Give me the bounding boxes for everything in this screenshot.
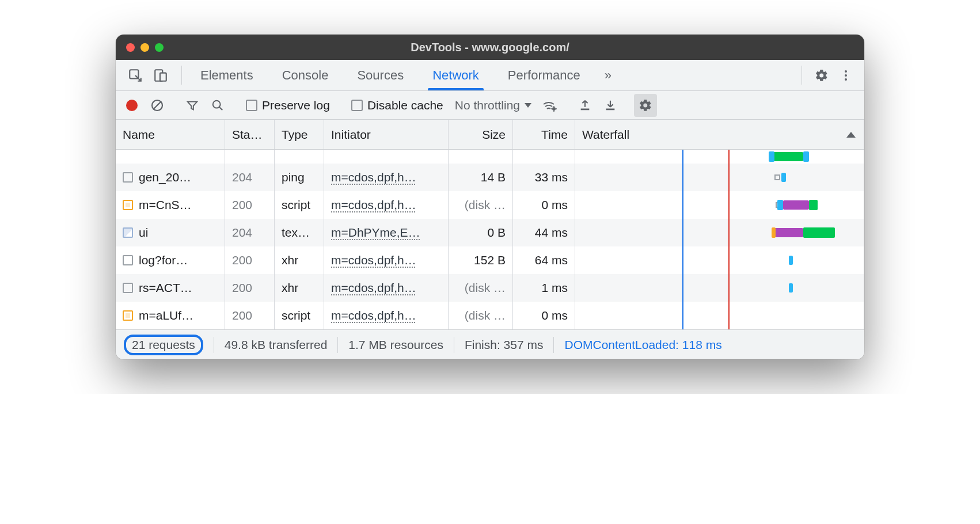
throttling-select[interactable]: No throttling (450, 98, 536, 112)
chevron-down-icon (525, 103, 531, 108)
network-conditions-icon[interactable] (538, 94, 561, 117)
request-initiator[interactable]: m=DhPYme,E… (331, 226, 420, 240)
waterfall-bar (783, 200, 809, 210)
col-size[interactable]: Size (449, 120, 513, 149)
request-type: xhr (275, 274, 324, 302)
svg-rect-2 (160, 73, 166, 81)
filter-icon[interactable] (181, 94, 204, 117)
request-time: 64 ms (513, 246, 575, 274)
svg-line-7 (153, 101, 161, 109)
svg-line-9 (219, 107, 223, 110)
network-table: gen_20… 204 ping m=cdos,dpf,h… 14 B 33 m… (116, 150, 864, 329)
table-row[interactable]: ui 204 tex… m=DhPYme,E… 0 B 44 ms (116, 219, 864, 246)
tab-elements[interactable]: Elements (188, 60, 266, 90)
disable-cache-label: Disable cache (367, 98, 443, 112)
request-size: (disk … (449, 274, 513, 302)
request-time: 44 ms (513, 219, 575, 246)
disable-cache-checkbox[interactable]: Disable cache (347, 98, 448, 112)
request-type: xhr (275, 246, 324, 274)
table-row[interactable]: m=CnS… 200 script m=cdos,dpf,h… (disk … … (116, 191, 864, 219)
script-icon (123, 200, 133, 210)
col-waterfall[interactable]: Waterfall (575, 120, 864, 149)
request-name: ui (139, 226, 148, 240)
resources-size: 1.7 MB resources (348, 338, 443, 352)
col-status[interactable]: Sta… (225, 120, 275, 149)
svg-point-10 (552, 107, 556, 111)
request-initiator[interactable]: m=cdos,dpf,h… (331, 309, 416, 322)
search-icon[interactable] (206, 94, 229, 117)
transferred-size: 49.8 kB transferred (225, 338, 328, 352)
network-table-header: Name Sta… Type Initiator Size Time Water… (116, 120, 864, 150)
document-icon (123, 283, 133, 293)
preserve-log-checkbox[interactable]: Preserve log (241, 98, 335, 112)
import-har-icon[interactable] (573, 94, 597, 117)
devtools-window: DevTools - www.google.com/ Elements Cons… (116, 35, 864, 359)
col-initiator[interactable]: Initiator (324, 120, 449, 149)
request-type: script (275, 191, 324, 219)
request-initiator[interactable]: m=cdos,dpf,h… (331, 281, 416, 295)
panel-tabstrip: Elements Console Sources Network Perform… (116, 60, 864, 91)
document-icon (123, 255, 133, 265)
request-status: 200 (225, 274, 275, 302)
request-initiator[interactable]: m=cdos,dpf,h… (331, 198, 416, 212)
image-icon (123, 227, 133, 238)
table-row[interactable]: gen_20… 204 ping m=cdos,dpf,h… 14 B 33 m… (116, 164, 864, 191)
request-name: m=aLUf… (139, 309, 193, 322)
svg-point-4 (845, 74, 847, 77)
request-name: log?for… (139, 253, 188, 267)
request-type: ping (275, 164, 324, 191)
clear-button[interactable] (146, 94, 169, 117)
network-settings-icon[interactable] (634, 94, 657, 117)
request-time: 33 ms (513, 164, 575, 191)
svg-point-8 (213, 100, 221, 108)
script-icon (123, 310, 133, 321)
minimize-window-button[interactable] (140, 43, 149, 52)
network-statusbar: 21 requests 49.8 kB transferred 1.7 MB r… (116, 329, 864, 359)
preserve-log-label: Preserve log (262, 98, 330, 112)
fullscreen-window-button[interactable] (155, 43, 164, 52)
request-type: tex… (275, 219, 324, 246)
request-status: 204 (225, 219, 275, 246)
tab-performance[interactable]: Performance (495, 60, 593, 90)
request-initiator[interactable]: m=cdos,dpf,h… (331, 170, 416, 184)
request-time: 0 ms (513, 302, 575, 329)
requests-count: 21 requests (124, 335, 203, 355)
table-row[interactable]: log?for… 200 xhr m=cdos,dpf,h… 152 B 64 … (116, 246, 864, 274)
device-toolbar-icon[interactable] (149, 64, 172, 87)
settings-icon[interactable] (810, 64, 833, 87)
svg-point-5 (845, 78, 847, 81)
request-initiator[interactable]: m=cdos,dpf,h… (331, 253, 416, 267)
domcontentloaded-time: DOMContentLoaded: 118 ms (564, 338, 721, 352)
col-name[interactable]: Name (116, 120, 225, 149)
titlebar: DevTools - www.google.com/ (116, 35, 864, 60)
waterfall-bar (772, 152, 803, 161)
svg-rect-11 (581, 108, 590, 110)
request-status: 200 (225, 302, 275, 329)
panel-tabs: Elements Console Sources Network Perform… (185, 60, 798, 90)
col-time[interactable]: Time (513, 120, 575, 149)
table-row[interactable]: m=aLUf… 200 script m=cdos,dpf,h… (disk …… (116, 302, 864, 329)
inspect-element-icon[interactable] (124, 64, 147, 87)
tab-sources[interactable]: Sources (344, 60, 416, 90)
svg-point-3 (845, 70, 847, 73)
request-status: 200 (225, 246, 275, 274)
tab-console[interactable]: Console (269, 60, 341, 90)
kebab-menu-icon[interactable] (834, 64, 857, 87)
table-row[interactable]: rs=ACT… 200 xhr m=cdos,dpf,h… (disk … 1 … (116, 274, 864, 302)
window-title: DevTools - www.google.com/ (116, 41, 864, 54)
waterfall-timeline-row (116, 150, 864, 164)
tab-network[interactable]: Network (420, 60, 492, 90)
request-name: m=CnS… (139, 198, 192, 212)
export-har-icon[interactable] (599, 94, 622, 117)
col-type[interactable]: Type (275, 120, 324, 149)
waterfall-bar (774, 228, 803, 237)
network-toolbar: Preserve log Disable cache No throttling (116, 91, 864, 120)
document-icon (123, 172, 133, 183)
close-window-button[interactable] (126, 43, 135, 52)
sort-ascending-icon (846, 132, 856, 138)
request-status: 200 (225, 191, 275, 219)
waterfall-bar (789, 256, 793, 265)
request-size: 14 B (449, 164, 513, 191)
record-button[interactable] (120, 94, 143, 117)
tabs-overflow-button[interactable]: » (597, 60, 620, 90)
